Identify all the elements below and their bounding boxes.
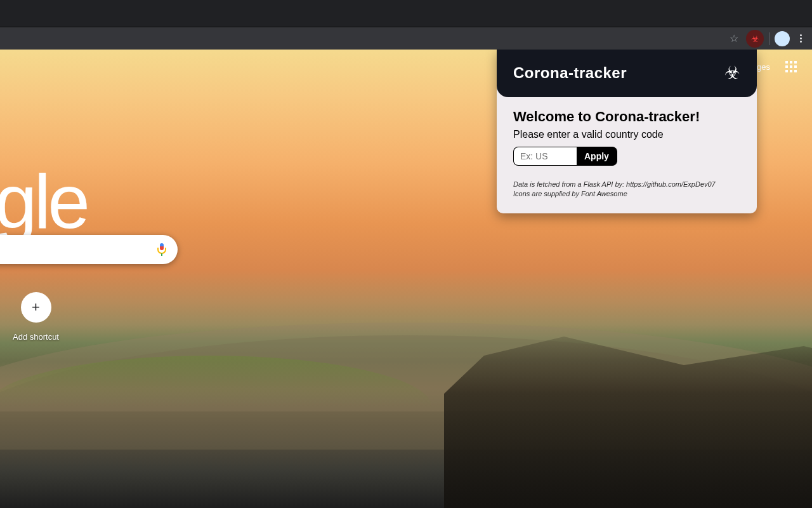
biohazard-icon: ☣: [724, 62, 740, 83]
search-bar[interactable]: [0, 235, 178, 264]
popup-body: Welcome to Corona-tracker! Please enter …: [497, 97, 757, 213]
images-link[interactable]: ges: [757, 62, 770, 72]
ntp-header-links: ges: [757, 57, 801, 76]
bookmark-star-icon[interactable]: ☆: [727, 30, 741, 47]
apply-button[interactable]: Apply: [577, 147, 617, 166]
add-shortcut-button[interactable]: + Add shortcut: [13, 292, 59, 342]
google-logo: Google: [0, 157, 87, 245]
profile-avatar[interactable]: [775, 31, 790, 46]
popup-welcome: Welcome to Corona-tracker!: [513, 109, 740, 125]
popup-title: Corona-tracker: [513, 64, 627, 82]
apps-grid-icon[interactable]: [782, 57, 801, 76]
popup-subtitle: Please enter a valid country code: [513, 129, 740, 140]
plus-icon: +: [21, 292, 51, 323]
popup-credits: Data is fetched from a Flask API by: htt…: [513, 180, 740, 199]
tab-strip: [0, 0, 812, 27]
credits-line: Icons are supplied by Font Awesome: [513, 189, 740, 199]
browser-toolbar: ☆ ☣: [0, 27, 812, 50]
credits-line: Data is fetched from a Flask API by: htt…: [513, 180, 740, 189]
toolbar-divider: [769, 32, 769, 45]
extension-icon[interactable]: ☣: [746, 30, 764, 48]
country-code-input[interactable]: [513, 147, 577, 166]
country-code-form: Apply: [513, 147, 740, 166]
new-tab-page: ges Google + Add shortcut Corona-tracker…: [0, 50, 812, 508]
popup-header: Corona-tracker ☣: [497, 50, 757, 97]
add-shortcut-label: Add shortcut: [13, 332, 59, 342]
microphone-icon[interactable]: [157, 243, 166, 256]
browser-menu-button[interactable]: [795, 32, 807, 45]
extension-popup: Corona-tracker ☣ Welcome to Corona-track…: [497, 50, 757, 213]
